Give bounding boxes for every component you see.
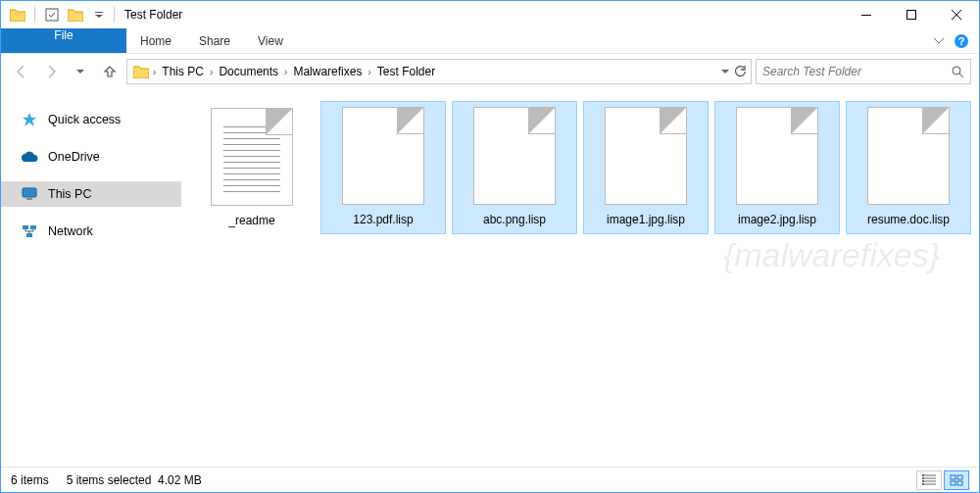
cloud-icon: [21, 148, 38, 166]
breadcrumb-item[interactable]: Documents: [213, 60, 284, 83]
tab-view[interactable]: View: [244, 28, 297, 53]
file-name: 123.pdf.lisp: [353, 213, 413, 226]
svg-rect-13: [922, 477, 924, 479]
details-view-button[interactable]: [916, 470, 942, 490]
watermark: {malwarefixes}: [723, 236, 940, 274]
svg-rect-19: [957, 481, 962, 485]
svg-rect-10: [30, 225, 36, 229]
breadcrumb-item[interactable]: Malwarefixes: [287, 60, 368, 83]
svg-rect-11: [26, 233, 32, 237]
window-controls: [844, 1, 979, 28]
file-thumbnail-icon: [211, 108, 293, 206]
selection-size: 4.02 MB: [158, 473, 202, 487]
svg-rect-8: [26, 198, 32, 200]
window-title: Test Folder: [124, 8, 182, 22]
ribbon-right: ?: [934, 28, 979, 53]
title-bar: Test Folder: [1, 1, 979, 28]
file-name: image1.jpg.lisp: [607, 213, 685, 226]
file-thumbnail-icon: [342, 107, 424, 205]
file-name: image2.jpg.lisp: [738, 213, 816, 226]
svg-rect-17: [957, 475, 962, 479]
file-item[interactable]: 123.pdf.lisp: [320, 101, 446, 234]
nav-network[interactable]: Network: [1, 219, 181, 244]
quick-access-toolbar: [1, 4, 110, 25]
folder-icon[interactable]: [7, 4, 28, 25]
nav-quick-access[interactable]: Quick access: [1, 107, 181, 132]
breadcrumb[interactable]: › This PC › Documents › Malwarefixes › T…: [126, 59, 752, 84]
maximize-button[interactable]: [889, 1, 934, 28]
nav-label: Quick access: [48, 113, 121, 126]
breadcrumb-item[interactable]: This PC: [156, 60, 210, 83]
breadcrumb-item[interactable]: Test Folder: [371, 60, 441, 83]
svg-rect-15: [922, 483, 924, 485]
view-switcher: [916, 470, 969, 490]
item-count: 6 items: [11, 473, 49, 487]
file-item[interactable]: abc.png.lisp: [452, 101, 577, 234]
new-folder-icon[interactable]: [65, 4, 86, 25]
file-item[interactable]: image1.jpg.lisp: [583, 101, 709, 234]
svg-rect-16: [951, 475, 956, 479]
help-icon[interactable]: ?: [954, 33, 969, 49]
divider: [114, 7, 115, 23]
folder-icon: [131, 62, 151, 81]
file-list[interactable]: {malwarefixes} _readme123.pdf.lispabc.pn…: [181, 89, 979, 467]
file-name: resume.doc.lisp: [867, 213, 950, 226]
file-item[interactable]: _readme: [189, 101, 315, 234]
file-thumbnail-icon: [867, 107, 950, 205]
back-button[interactable]: [9, 59, 34, 84]
file-item[interactable]: image2.jpg.lisp: [714, 101, 840, 234]
ribbon-expand-icon[interactable]: [934, 38, 944, 44]
forward-button[interactable]: [38, 59, 64, 84]
svg-rect-18: [951, 481, 956, 485]
close-button[interactable]: [934, 1, 979, 28]
selection-count: 5 items selected: [67, 473, 152, 487]
status-bar: 6 items 5 items selected 4.02 MB: [1, 467, 979, 492]
body: Quick access OneDrive This PC Network {m…: [1, 89, 979, 467]
properties-icon[interactable]: [41, 4, 63, 25]
svg-rect-1: [95, 12, 103, 13]
monitor-icon: [21, 185, 38, 203]
tab-file[interactable]: File: [1, 28, 126, 53]
svg-rect-12: [922, 474, 924, 476]
file-name: abc.png.lisp: [483, 213, 546, 226]
svg-rect-2: [861, 15, 871, 16]
svg-rect-0: [46, 9, 58, 21]
thumbnails-view-button[interactable]: [944, 470, 969, 490]
svg-rect-3: [907, 11, 916, 20]
file-item[interactable]: resume.doc.lisp: [846, 101, 971, 234]
search-box[interactable]: [756, 59, 971, 84]
file-thumbnail-icon: [736, 107, 818, 205]
file-name: _readme: [228, 214, 274, 227]
qat-dropdown-icon[interactable]: [88, 4, 110, 25]
recent-dropdown-icon[interactable]: [68, 59, 93, 84]
nav-onedrive[interactable]: OneDrive: [1, 144, 181, 170]
svg-text:?: ?: [958, 35, 965, 47]
star-icon: [21, 111, 38, 128]
file-thumbnail-icon: [473, 107, 556, 205]
nav-label: This PC: [48, 187, 91, 201]
svg-point-6: [953, 67, 960, 74]
minimize-button[interactable]: [844, 1, 889, 28]
svg-rect-9: [23, 225, 28, 229]
search-input[interactable]: [762, 65, 951, 78]
ribbon-tabs: File Home Share View ?: [1, 28, 979, 54]
up-button[interactable]: [97, 59, 122, 84]
nav-label: OneDrive: [48, 150, 100, 164]
refresh-icon[interactable]: [733, 65, 747, 78]
svg-rect-7: [23, 188, 36, 197]
search-icon[interactable]: [951, 65, 964, 78]
divider: [34, 7, 35, 23]
address-dropdown-icon[interactable]: [721, 70, 729, 74]
nav-label: Network: [48, 224, 93, 238]
network-icon: [21, 222, 38, 240]
tab-home[interactable]: Home: [126, 28, 185, 53]
address-bar: › This PC › Documents › Malwarefixes › T…: [1, 54, 979, 89]
file-thumbnail-icon: [605, 107, 687, 205]
nav-this-pc[interactable]: This PC: [1, 181, 181, 207]
tab-share[interactable]: Share: [185, 28, 244, 53]
svg-rect-14: [922, 480, 924, 482]
navigation-pane: Quick access OneDrive This PC Network: [1, 89, 181, 467]
